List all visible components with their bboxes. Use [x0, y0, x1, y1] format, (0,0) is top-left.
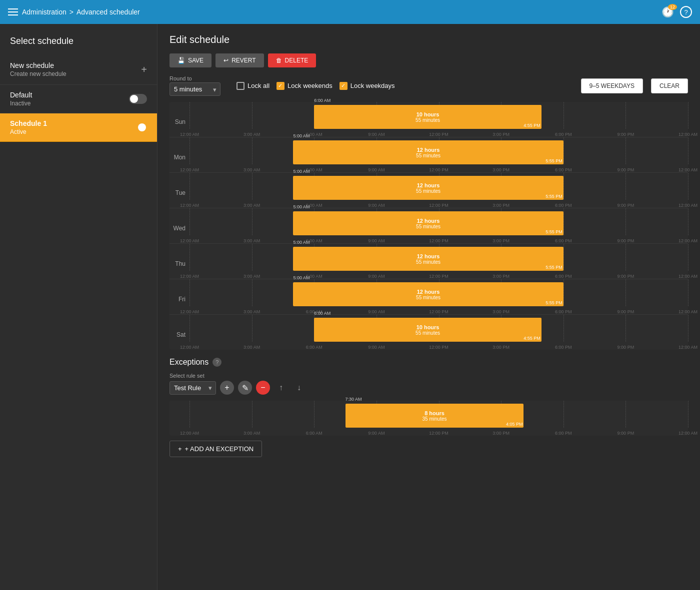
exception-block[interactable]: 7:30 AM8 hours35 minutes4:05 PM: [346, 404, 524, 428]
block-end-label: 4:55 PM: [524, 336, 540, 341]
schedule-block-tue[interactable]: 5:00 AM12 hours55 minutes5:55 PM: [293, 176, 563, 200]
exc-block-mins: 35 minutes: [422, 416, 447, 422]
schedule-block-mon[interactable]: 5:00 AM12 hours55 minutes5:55 PM: [293, 140, 563, 164]
add-exception-button[interactable]: + + ADD AN EXCEPTION: [170, 441, 262, 457]
schedule-block-wed[interactable]: 5:00 AM12 hours55 minutes5:55 PM: [293, 211, 563, 235]
block-hours: 12 hours: [417, 182, 440, 188]
exc-block-start-label: 7:30 AM: [346, 397, 362, 402]
help-icon[interactable]: ?: [680, 6, 692, 18]
lock-weekends-option[interactable]: Lock weekends: [276, 82, 332, 90]
day-timeline-wed[interactable]: 5:00 AM12 hours55 minutes5:55 PM12:00 AM…: [190, 208, 688, 243]
sidebar: Select schedule New schedule Create new …: [0, 24, 158, 590]
rule-set-select[interactable]: Test Rule: [170, 381, 216, 395]
exc-time-line-2: [314, 401, 314, 428]
move-up-button[interactable]: ↑: [274, 381, 288, 395]
round-to-select[interactable]: 5 minutes 1 minute 10 minutes 15 minutes…: [170, 82, 220, 96]
add-rule-button[interactable]: +: [220, 381, 234, 395]
delete-rule-button[interactable]: −: [256, 381, 270, 395]
day-timeline-thu[interactable]: 5:00 AM12 hours55 minutes5:55 PM12:00 AM…: [190, 244, 688, 279]
time-tick-8: 12:00 AM: [678, 309, 698, 314]
block-start-label: 5:00 AM: [293, 169, 310, 174]
time-tick-4: 12:00 PM: [429, 274, 448, 279]
time-tick-0: 12:00 AM: [180, 309, 199, 314]
block-start-label: 5:00 AM: [293, 133, 310, 138]
lock-all-checkbox[interactable]: [236, 82, 244, 90]
lock-weekdays-label: Lock weekdays: [350, 82, 395, 89]
day-row-tue: Tue5:00 AM12 hours55 minutes5:55 PM12:00…: [170, 173, 688, 208]
sidebar-item-new[interactable]: New schedule Create new schedule +: [0, 54, 157, 85]
time-line-1: [252, 102, 252, 129]
time-tick-3: 9:00 AM: [368, 238, 384, 243]
time-tick-7: 9:00 PM: [618, 345, 634, 350]
block-hours: 12 hours: [417, 289, 440, 295]
time-tick-0: 12:00 AM: [180, 274, 199, 279]
day-timeline-mon[interactable]: 5:00 AM12 hours55 minutes5:55 PM12:00 AM…: [190, 137, 688, 172]
save-button[interactable]: 💾 SAVE: [170, 53, 212, 67]
schedule-block-sun[interactable]: 6:00 AM10 hours55 minutes4:55 PM: [314, 105, 542, 129]
revert-button[interactable]: ↩ REVERT: [216, 53, 264, 67]
day-timeline-sat[interactable]: 6:00 AM10 hours55 minutes4:55 PM12:00 AM…: [190, 315, 688, 350]
schedule-block-sat[interactable]: 6:00 AM10 hours55 minutes4:55 PM: [314, 318, 542, 342]
time-tick-8: 12:00 AM: [678, 132, 698, 137]
nine-to-five-button[interactable]: 9–5 WEEKDAYS: [581, 78, 643, 93]
edit-rule-button[interactable]: ✎: [238, 381, 252, 395]
schedule-block-thu[interactable]: 5:00 AM12 hours55 minutes5:55 PM: [293, 247, 563, 271]
breadcrumb: Administration > Advanced scheduler: [22, 8, 140, 16]
lock-all-option[interactable]: Lock all: [236, 82, 270, 90]
notification-icon[interactable]: 🕐 12: [662, 6, 674, 18]
day-row-mon: Mon5:00 AM12 hours55 minutes5:55 PM12:00…: [170, 137, 688, 173]
delete-button[interactable]: 🗑 DELETE: [268, 53, 316, 67]
exceptions-help-icon[interactable]: ?: [212, 358, 222, 367]
lock-weekends-checkbox[interactable]: [276, 82, 284, 90]
exc-time-line-8: [688, 401, 688, 428]
day-row-sun: Sun6:00 AM10 hours55 minutes4:55 PM12:00…: [170, 102, 688, 137]
exception-timeline[interactable]: 7:30 AM8 hours35 minutes4:05 PM12:00 AM3…: [190, 401, 688, 436]
breadcrumb-page: Advanced scheduler: [76, 8, 140, 16]
time-line-6: [564, 173, 564, 200]
time-line-7: [626, 137, 626, 164]
default-toggle[interactable]: [129, 94, 147, 104]
time-tick-1: 3:00 AM: [244, 167, 260, 172]
exc-time-line-6: [564, 401, 564, 428]
day-timeline-sun[interactable]: 6:00 AM10 hours55 minutes4:55 PM12:00 AM…: [190, 102, 688, 137]
time-tick-3: 9:00 AM: [368, 203, 384, 208]
exc-time-tick-6: 6:00 PM: [555, 431, 572, 436]
time-tick-8: 12:00 AM: [678, 274, 698, 279]
sidebar-item-schedule1[interactable]: Schedule 1 Active: [0, 113, 157, 142]
schedule-block-fri[interactable]: 5:00 AM12 hours55 minutes5:55 PM: [293, 282, 563, 306]
day-timeline-tue[interactable]: 5:00 AM12 hours55 minutes5:55 PM12:00 AM…: [190, 173, 688, 208]
exc-time-tick-2: 6:00 AM: [306, 431, 322, 436]
time-tick-7: 9:00 PM: [618, 132, 634, 137]
delete-icon: 🗑: [276, 57, 282, 64]
time-line-7: [626, 208, 626, 235]
time-tick-6: 6:00 PM: [555, 274, 572, 279]
time-tick-2: 6:00 AM: [306, 345, 322, 350]
day-row-wed: Wed5:00 AM12 hours55 minutes5:55 PM12:00…: [170, 208, 688, 244]
block-mins: 55 minutes: [416, 295, 440, 300]
default-sub: Inactive: [10, 100, 32, 107]
move-down-button[interactable]: ↓: [292, 381, 306, 395]
block-hours: 12 hours: [417, 147, 440, 153]
time-line-1: [252, 173, 252, 200]
day-timeline-fri[interactable]: 5:00 AM12 hours55 minutes5:55 PM12:00 AM…: [190, 279, 688, 314]
time-line-8: [688, 244, 688, 271]
exceptions-title: Exceptions: [170, 358, 208, 367]
lock-weekdays-checkbox[interactable]: [340, 82, 348, 90]
sidebar-item-default[interactable]: Default Inactive: [0, 85, 157, 113]
clear-button[interactable]: CLEAR: [651, 78, 688, 93]
time-tick-7: 9:00 PM: [618, 203, 634, 208]
lock-weekdays-option[interactable]: Lock weekdays: [340, 82, 395, 90]
schedule-grid: Sun6:00 AM10 hours55 minutes4:55 PM12:00…: [170, 102, 688, 350]
time-line-8: [688, 208, 688, 235]
block-hours: 10 hours: [416, 324, 440, 330]
time-tick-3: 9:00 AM: [368, 345, 384, 350]
time-line-6: [564, 315, 564, 342]
time-tick-8: 12:00 AM: [678, 345, 698, 350]
time-tick-8: 12:00 AM: [678, 167, 698, 172]
block-mins: 55 minutes: [416, 330, 440, 336]
schedule1-toggle[interactable]: [129, 122, 147, 132]
exc-block-end-label: 4:05 PM: [506, 422, 523, 427]
block-end-label: 5:55 PM: [546, 194, 562, 199]
menu-button[interactable]: [8, 8, 18, 15]
time-tick-4: 12:00 PM: [429, 132, 448, 137]
